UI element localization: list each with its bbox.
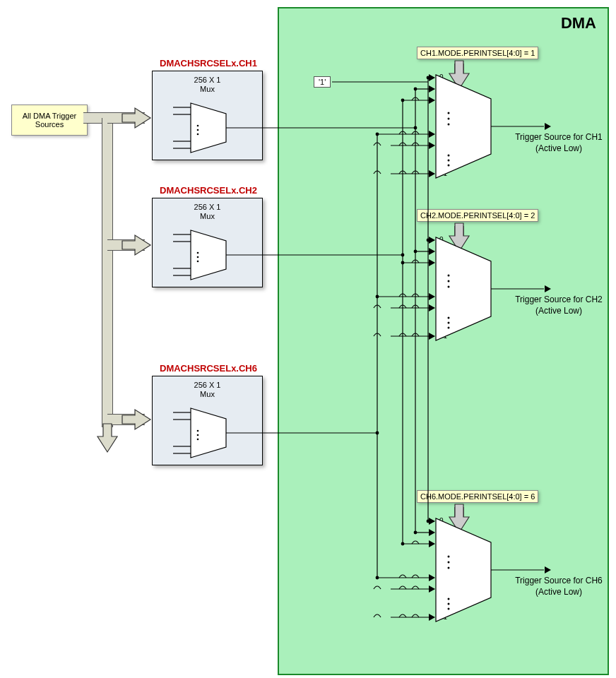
right-mux-0-in-2: 2	[439, 96, 444, 104]
left-mux-box-2: 256 X 1Mux	[152, 376, 263, 465]
right-mux-1-in-2: 2	[439, 258, 444, 266]
left-mux-size-0: 256 X 1Mux	[153, 76, 262, 94]
mux-title-2: DMACHSRCSELx.CH6	[152, 363, 265, 374]
left-mux-size-1: 256 X 1Mux	[153, 203, 262, 221]
svg-marker-12	[122, 410, 150, 429]
right-mux-2-in-0: 0	[439, 517, 444, 525]
right-mux-1-in-31: 31	[439, 332, 447, 340]
trigger-out-0: Trigger Source for CH1(Active Low)	[506, 132, 612, 154]
right-mux-0-in-1: 1	[439, 85, 444, 93]
left-mux-box-0: 256 X 1Mux	[152, 71, 263, 160]
dma-title: DMA	[561, 14, 596, 32]
right-mux-0-in-0: 0	[439, 73, 444, 81]
right-mux-2-in-1: 1	[439, 528, 444, 536]
constant-one: '1'	[314, 76, 331, 88]
right-mux-1-in-0: 0	[439, 236, 444, 244]
svg-marker-9	[122, 235, 150, 255]
mux-title-1: DMACHSRCSELx.CH2	[152, 185, 265, 196]
mode-label-1: CH2.MODE.PERINTSEL[4:0] = 2	[417, 209, 538, 222]
right-mux-0-in-7: 7	[439, 141, 444, 149]
right-mux-1-in-6: 6	[439, 292, 444, 300]
right-mux-2-in-31: 31	[439, 613, 447, 621]
right-mux-2-in-7: 7	[439, 585, 444, 593]
mux-title-0: DMACHSRCSELx.CH1	[152, 58, 265, 69]
mode-label-2: CH6.MODE.PERINTSEL[4:0] = 6	[417, 490, 538, 503]
right-mux-0-in-6: 6	[439, 130, 444, 138]
trigger-out-1: Trigger Source for CH2(Active Low)	[506, 295, 612, 316]
right-mux-2-in-2: 2	[439, 540, 444, 547]
trigger-out-2: Trigger Source for CH6(Active Low)	[506, 576, 612, 597]
svg-marker-13	[97, 424, 117, 452]
right-mux-0-in-31: 31	[439, 170, 447, 177]
source-box: All DMA Trigger Sources	[11, 105, 88, 136]
svg-marker-6	[122, 108, 150, 128]
left-mux-size-2: 256 X 1Mux	[153, 381, 262, 399]
left-mux-box-1: 256 X 1Mux	[152, 198, 263, 287]
right-mux-1-in-1: 1	[439, 247, 444, 255]
right-mux-1-in-7: 7	[439, 304, 444, 311]
right-mux-2-in-6: 6	[439, 573, 444, 581]
mode-label-0: CH1.MODE.PERINTSEL[4:0] = 1	[417, 47, 538, 59]
